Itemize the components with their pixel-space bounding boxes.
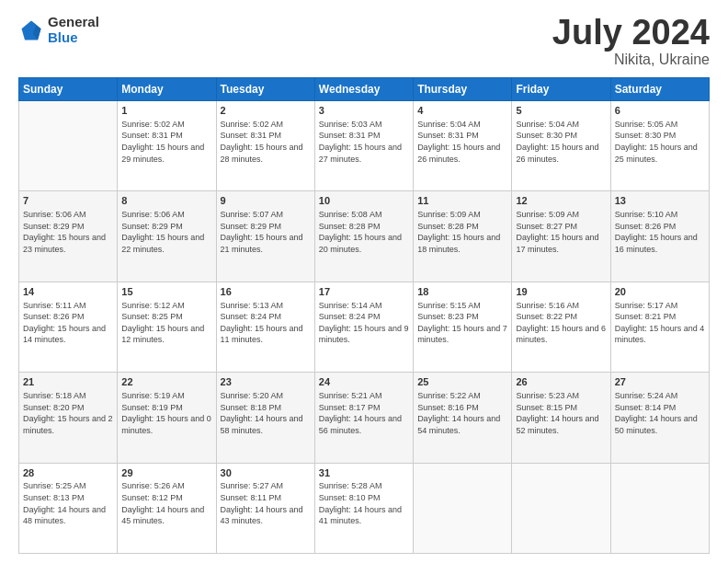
table-row: 23Sunrise: 5:20 AMSunset: 8:18 PMDayligh… — [216, 373, 314, 463]
day-info: Sunrise: 5:10 AMSunset: 8:26 PMDaylight:… — [615, 209, 705, 255]
day-number: 10 — [319, 194, 409, 208]
day-info: Sunrise: 5:12 AMSunset: 8:25 PMDaylight:… — [121, 300, 211, 346]
table-row: 1Sunrise: 5:02 AMSunset: 8:31 PMDaylight… — [118, 101, 216, 191]
col-sunday: Sunday — [19, 78, 118, 101]
day-number: 6 — [615, 104, 705, 118]
title-block: July 2024 Nikita, Ukraine — [552, 15, 710, 68]
table-row: 9Sunrise: 5:07 AMSunset: 8:29 PMDaylight… — [216, 191, 314, 282]
day-number: 1 — [121, 104, 211, 118]
logo-blue-text: Blue — [48, 30, 99, 46]
day-number: 24 — [319, 375, 409, 389]
calendar-table: Sunday Monday Tuesday Wednesday Thursday… — [18, 77, 710, 554]
day-number: 3 — [319, 104, 409, 118]
day-number: 13 — [615, 194, 705, 208]
table-row: 28Sunrise: 5:25 AMSunset: 8:13 PMDayligh… — [19, 463, 118, 553]
table-row: 10Sunrise: 5:08 AMSunset: 8:28 PMDayligh… — [314, 191, 413, 282]
day-number: 16 — [221, 285, 311, 299]
table-row: 13Sunrise: 5:10 AMSunset: 8:26 PMDayligh… — [610, 191, 709, 282]
day-info: Sunrise: 5:02 AMSunset: 8:31 PMDaylight:… — [221, 119, 311, 165]
table-row: 15Sunrise: 5:12 AMSunset: 8:25 PMDayligh… — [118, 282, 216, 372]
day-number: 14 — [23, 285, 113, 299]
table-row: 25Sunrise: 5:22 AMSunset: 8:16 PMDayligh… — [414, 373, 512, 463]
day-info: Sunrise: 5:16 AMSunset: 8:22 PMDaylight:… — [516, 300, 606, 346]
day-info: Sunrise: 5:20 AMSunset: 8:18 PMDaylight:… — [221, 390, 311, 436]
day-info: Sunrise: 5:27 AMSunset: 8:11 PMDaylight:… — [221, 480, 311, 526]
day-number: 21 — [23, 375, 113, 389]
day-info: Sunrise: 5:26 AMSunset: 8:12 PMDaylight:… — [121, 480, 211, 526]
table-row: 2Sunrise: 5:02 AMSunset: 8:31 PMDaylight… — [216, 101, 314, 191]
calendar-week-row: 21Sunrise: 5:18 AMSunset: 8:20 PMDayligh… — [19, 373, 710, 463]
day-info: Sunrise: 5:28 AMSunset: 8:10 PMDaylight:… — [319, 480, 409, 526]
calendar-week-row: 1Sunrise: 5:02 AMSunset: 8:31 PMDaylight… — [19, 101, 710, 191]
logo: General Blue — [18, 15, 99, 45]
day-info: Sunrise: 5:11 AMSunset: 8:26 PMDaylight:… — [23, 300, 113, 346]
table-row — [512, 463, 610, 553]
table-row: 11Sunrise: 5:09 AMSunset: 8:28 PMDayligh… — [414, 191, 512, 282]
day-number: 2 — [221, 104, 311, 118]
day-info: Sunrise: 5:03 AMSunset: 8:31 PMDaylight:… — [319, 119, 409, 165]
table-row: 8Sunrise: 5:06 AMSunset: 8:29 PMDaylight… — [118, 191, 216, 282]
day-info: Sunrise: 5:07 AMSunset: 8:29 PMDaylight:… — [221, 209, 311, 255]
day-number: 9 — [221, 194, 311, 208]
day-info: Sunrise: 5:13 AMSunset: 8:24 PMDaylight:… — [221, 300, 311, 346]
table-row — [414, 463, 512, 553]
col-monday: Monday — [118, 78, 216, 101]
col-saturday: Saturday — [610, 78, 709, 101]
day-number: 23 — [221, 375, 311, 389]
calendar-week-row: 7Sunrise: 5:06 AMSunset: 8:29 PMDaylight… — [19, 191, 710, 282]
calendar-header-row: Sunday Monday Tuesday Wednesday Thursday… — [19, 78, 710, 101]
day-number: 19 — [516, 285, 606, 299]
table-row: 3Sunrise: 5:03 AMSunset: 8:31 PMDaylight… — [314, 101, 413, 191]
header: General Blue July 2024 Nikita, Ukraine — [18, 15, 710, 68]
day-info: Sunrise: 5:09 AMSunset: 8:27 PMDaylight:… — [516, 209, 606, 255]
day-number: 22 — [121, 375, 211, 389]
table-row: 4Sunrise: 5:04 AMSunset: 8:31 PMDaylight… — [414, 101, 512, 191]
day-info: Sunrise: 5:04 AMSunset: 8:31 PMDaylight:… — [417, 119, 507, 165]
table-row — [19, 101, 118, 191]
table-row: 31Sunrise: 5:28 AMSunset: 8:10 PMDayligh… — [314, 463, 413, 553]
col-wednesday: Wednesday — [314, 78, 413, 101]
title-location: Nikita, Ukraine — [552, 52, 710, 68]
day-number: 8 — [121, 194, 211, 208]
day-number: 5 — [516, 104, 606, 118]
col-friday: Friday — [512, 78, 610, 101]
table-row: 30Sunrise: 5:27 AMSunset: 8:11 PMDayligh… — [216, 463, 314, 553]
day-info: Sunrise: 5:17 AMSunset: 8:21 PMDaylight:… — [615, 300, 705, 346]
table-row: 14Sunrise: 5:11 AMSunset: 8:26 PMDayligh… — [19, 282, 118, 372]
day-number: 28 — [23, 466, 113, 480]
table-row: 12Sunrise: 5:09 AMSunset: 8:27 PMDayligh… — [512, 191, 610, 282]
day-number: 7 — [23, 194, 113, 208]
page: General Blue July 2024 Nikita, Ukraine S… — [0, 0, 728, 563]
table-row: 5Sunrise: 5:04 AMSunset: 8:30 PMDaylight… — [512, 101, 610, 191]
calendar-week-row: 14Sunrise: 5:11 AMSunset: 8:26 PMDayligh… — [19, 282, 710, 372]
table-row: 22Sunrise: 5:19 AMSunset: 8:19 PMDayligh… — [118, 373, 216, 463]
day-info: Sunrise: 5:22 AMSunset: 8:16 PMDaylight:… — [417, 390, 507, 436]
table-row: 6Sunrise: 5:05 AMSunset: 8:30 PMDaylight… — [610, 101, 709, 191]
day-number: 17 — [319, 285, 409, 299]
table-row: 18Sunrise: 5:15 AMSunset: 8:23 PMDayligh… — [414, 282, 512, 372]
day-info: Sunrise: 5:15 AMSunset: 8:23 PMDaylight:… — [417, 300, 507, 346]
day-number: 31 — [319, 466, 409, 480]
day-info: Sunrise: 5:08 AMSunset: 8:28 PMDaylight:… — [319, 209, 409, 255]
day-info: Sunrise: 5:25 AMSunset: 8:13 PMDaylight:… — [23, 480, 113, 526]
day-info: Sunrise: 5:21 AMSunset: 8:17 PMDaylight:… — [319, 390, 409, 436]
day-info: Sunrise: 5:06 AMSunset: 8:29 PMDaylight:… — [23, 209, 113, 255]
table-row: 16Sunrise: 5:13 AMSunset: 8:24 PMDayligh… — [216, 282, 314, 372]
table-row: 19Sunrise: 5:16 AMSunset: 8:22 PMDayligh… — [512, 282, 610, 372]
table-row: 7Sunrise: 5:06 AMSunset: 8:29 PMDaylight… — [19, 191, 118, 282]
day-number: 29 — [121, 466, 211, 480]
day-info: Sunrise: 5:09 AMSunset: 8:28 PMDaylight:… — [417, 209, 507, 255]
day-info: Sunrise: 5:14 AMSunset: 8:24 PMDaylight:… — [319, 300, 409, 346]
day-number: 30 — [221, 466, 311, 480]
day-info: Sunrise: 5:24 AMSunset: 8:14 PMDaylight:… — [615, 390, 705, 436]
day-info: Sunrise: 5:02 AMSunset: 8:31 PMDaylight:… — [121, 119, 211, 165]
day-info: Sunrise: 5:18 AMSunset: 8:20 PMDaylight:… — [23, 390, 113, 436]
table-row: 17Sunrise: 5:14 AMSunset: 8:24 PMDayligh… — [314, 282, 413, 372]
day-info: Sunrise: 5:23 AMSunset: 8:15 PMDaylight:… — [516, 390, 606, 436]
calendar-week-row: 28Sunrise: 5:25 AMSunset: 8:13 PMDayligh… — [19, 463, 710, 553]
day-number: 26 — [516, 375, 606, 389]
day-info: Sunrise: 5:05 AMSunset: 8:30 PMDaylight:… — [615, 119, 705, 165]
day-number: 27 — [615, 375, 705, 389]
logo-text: General Blue — [48, 15, 99, 45]
day-info: Sunrise: 5:06 AMSunset: 8:29 PMDaylight:… — [121, 209, 211, 255]
